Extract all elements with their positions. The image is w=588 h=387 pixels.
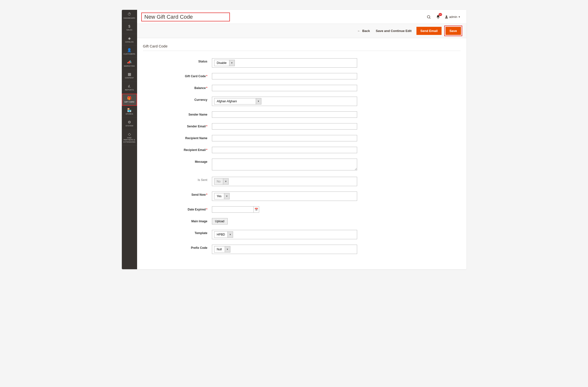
recipient-name-input[interactable] (212, 135, 357, 141)
label-recipient-email: Recipient Email* (143, 147, 212, 152)
field-row-is-sent: Is Sent No ▼ (143, 177, 461, 186)
label-status: Status (143, 58, 212, 63)
grid-icon: ▦ (128, 72, 131, 77)
label-currency: Currency (143, 97, 212, 101)
send-email-button[interactable]: Send Email (417, 27, 441, 35)
chevron-down-icon: ▼ (458, 16, 461, 18)
label-template: Template (143, 230, 212, 235)
actions-bar: ← Back Save and Continue Edit Send Email… (137, 24, 466, 38)
diamond-icon: ◇ (128, 132, 131, 136)
sidebar-item-label: REPORTS (125, 89, 134, 91)
field-row-gift-card-code: Gift Card Code* (143, 73, 461, 79)
template-select[interactable]: HPBD ▼ (212, 230, 357, 239)
message-textarea[interactable] (212, 159, 357, 170)
calendar-button[interactable]: 📅 (254, 206, 259, 213)
sidebar-item-label: SALES (126, 29, 132, 31)
currency-select[interactable]: Afghan Afghani ▼ (212, 97, 357, 106)
send-now-select[interactable]: Yes ▼ (212, 192, 357, 201)
sidebar-item-sales[interactable]: $ SALES (122, 22, 137, 34)
field-row-main-image: Main Image Upload (143, 218, 461, 225)
label-main-image: Main Image (143, 218, 212, 223)
field-row-sender-email: Sender Email* (143, 123, 461, 130)
megaphone-icon: 📣 (127, 60, 132, 64)
sidebar-item-customers[interactable]: 👤 CUSTOMERS (122, 46, 137, 58)
sidebar-item-dashboard[interactable]: ⏱ DASHBOARD (122, 10, 137, 22)
label-is-sent: Is Sent (143, 177, 212, 182)
notification-badge: 10 (439, 13, 442, 16)
search-icon (426, 15, 431, 19)
gift-icon: 🎁 (127, 96, 132, 100)
status-value: Disable (214, 60, 229, 66)
sidebar-item-label: STORES (126, 113, 133, 115)
chevron-down-icon: ▼ (256, 98, 261, 104)
is-sent-value: No (214, 178, 223, 185)
field-row-sender-name: Sender Name (143, 111, 461, 118)
field-row-send-now: Send Now* Yes ▼ (143, 192, 461, 201)
box-icon: ◈ (128, 36, 131, 40)
field-row-currency: Currency Afghan Afghani ▼ (143, 97, 461, 106)
chevron-down-icon: ▼ (223, 178, 229, 185)
label-sender-email: Sender Email* (143, 123, 212, 128)
is-sent-select: No ▼ (212, 177, 357, 186)
user-name: admin (449, 15, 457, 19)
sidebar-item-reports[interactable]: ıl. REPORTS (122, 82, 137, 94)
sidebar-item-label: DASHBOARD (124, 17, 135, 19)
user-menu[interactable]: admin ▼ (445, 15, 461, 19)
date-expired-input[interactable] (212, 206, 254, 213)
field-row-template: Template HPBD ▼ (143, 230, 461, 239)
chevron-down-icon: ▼ (225, 246, 230, 252)
label-message: Message (143, 159, 212, 163)
currency-value: Afghan Afghani (214, 98, 256, 104)
field-row-balance: Balance* (143, 85, 461, 91)
field-row-recipient-name: Recipient Name (143, 135, 461, 141)
sidebar-item-system[interactable]: ⚙ SYSTEM (122, 118, 137, 130)
prefix-code-select[interactable]: Null ▼ (212, 245, 357, 254)
svg-point-2 (446, 16, 447, 17)
gift-card-code-input[interactable] (212, 73, 357, 79)
field-row-message: Message (143, 159, 461, 171)
sidebar-item-stores[interactable]: 🏪 STORES (122, 106, 137, 118)
prefix-code-value: Null (214, 246, 225, 252)
sender-email-input[interactable] (212, 123, 357, 130)
recipient-email-input[interactable] (212, 147, 357, 153)
notifications-button[interactable]: 10 (435, 14, 441, 20)
label-balance: Balance* (143, 85, 212, 90)
chart-bar-icon: ıl. (128, 84, 131, 89)
arrow-left-icon: ← (357, 29, 362, 33)
store-icon: 🏪 (127, 108, 132, 112)
label-sender-name: Sender Name (143, 111, 212, 116)
sidebar-item-label: FIND PARTNERS & EXTENSIONS (122, 137, 137, 143)
section-title: Gift Card Code (143, 44, 461, 51)
sidebar: ⏱ DASHBOARD $ SALES ◈ CATALOG 👤 CUSTOMER… (122, 10, 137, 269)
sidebar-item-catalog[interactable]: ◈ CATALOG (122, 34, 137, 46)
balance-input[interactable] (212, 85, 357, 91)
status-select[interactable]: Disable ▼ (212, 58, 357, 68)
chevron-down-icon: ▼ (224, 193, 230, 199)
label-date-expired: Date Expired* (143, 206, 212, 211)
label-send-now: Send Now* (143, 192, 212, 196)
sidebar-item-marketing[interactable]: 📣 MARKETING (122, 58, 137, 70)
sidebar-item-content[interactable]: ▦ CONTENT (122, 70, 137, 82)
dollar-icon: $ (128, 24, 130, 29)
save-button[interactable]: Save (445, 27, 461, 35)
page-title: New Gift Card Code (142, 13, 230, 21)
sidebar-item-gift-card[interactable]: 🎁 GIFT CARD (122, 94, 137, 106)
save-continue-button[interactable]: Save and Continue Edit (375, 28, 413, 34)
label-recipient-name: Recipient Name (143, 135, 212, 140)
speedometer-icon: ⏱ (127, 12, 131, 17)
back-label: Back (362, 29, 370, 33)
chevron-down-icon: ▼ (228, 231, 233, 238)
back-button[interactable]: ← Back (357, 28, 371, 34)
form-section: Gift Card Code Status Disable ▼ Gift Car… (137, 38, 466, 269)
label-gift-card-code: Gift Card Code* (143, 73, 212, 78)
sidebar-item-label: CUSTOMERS (124, 53, 135, 55)
sidebar-item-label: CATALOG (125, 41, 134, 43)
person-icon: 👤 (127, 48, 132, 52)
sidebar-item-label: MARKETING (124, 65, 135, 67)
sidebar-item-partners[interactable]: ◇ FIND PARTNERS & EXTENSIONS (122, 130, 137, 146)
upload-button[interactable]: Upload (212, 218, 228, 225)
header-actions: 10 admin ▼ (426, 14, 461, 20)
search-button[interactable] (426, 14, 431, 20)
sender-name-input[interactable] (212, 111, 357, 118)
svg-point-0 (427, 16, 430, 18)
